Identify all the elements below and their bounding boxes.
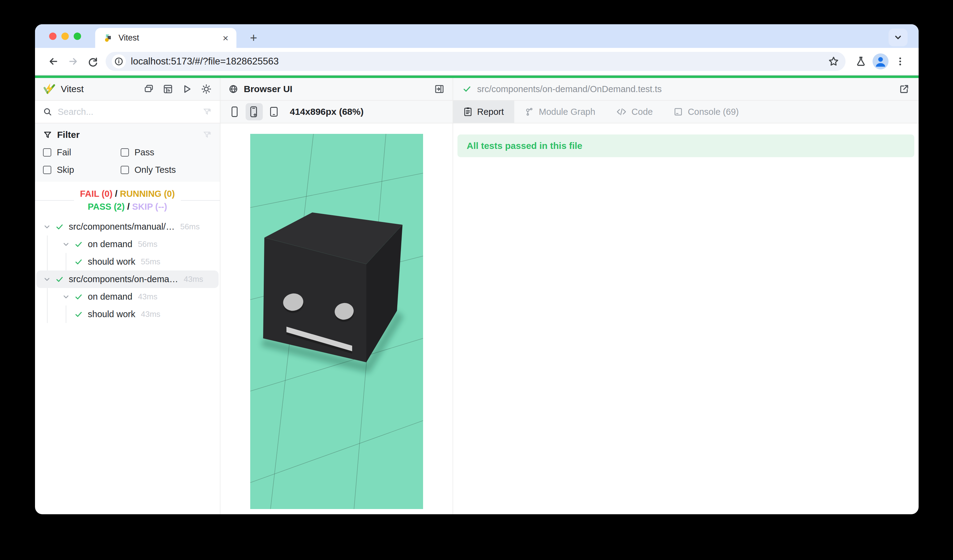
chevron-down-icon[interactable] — [43, 223, 51, 231]
test-case-label: should work — [88, 257, 135, 267]
test-suite-label: on demand — [88, 239, 132, 249]
experiments-button[interactable] — [851, 51, 871, 71]
vitest-favicon — [103, 33, 113, 43]
device-phone-small-button[interactable] — [226, 103, 243, 120]
chevron-down-icon[interactable] — [62, 293, 70, 301]
console-icon — [674, 107, 683, 116]
duration-badge: 56ms — [180, 222, 200, 231]
pass-check-icon — [74, 293, 83, 301]
test-suite-label: on demand — [88, 292, 132, 302]
tab-title: Vitest — [118, 33, 217, 43]
device-phone-plus-button-selected[interactable] — [245, 103, 263, 120]
chevron-down-icon[interactable] — [62, 240, 70, 248]
chevron-down-icon[interactable] — [43, 275, 51, 283]
pass-check-icon — [74, 258, 83, 266]
info-icon — [114, 57, 123, 66]
clear-search-filter-icon[interactable] — [203, 107, 212, 116]
collapse-panels-icon[interactable] — [144, 84, 154, 94]
page-accent-bar — [35, 76, 919, 78]
tab-label: Module Graph — [539, 107, 595, 117]
duration-badge: 43ms — [141, 309, 161, 319]
dashboard-icon[interactable] — [163, 84, 173, 94]
back-button[interactable] — [43, 51, 63, 71]
site-info-button[interactable] — [112, 54, 126, 68]
browser-menu-button[interactable] — [890, 51, 910, 71]
chevron-down-icon — [893, 33, 903, 42]
tab-module-graph[interactable]: Module Graph — [514, 101, 606, 123]
tab-report[interactable]: Report — [453, 101, 514, 123]
checkbox[interactable] — [43, 148, 51, 157]
tab-strip-chevron-button[interactable] — [889, 29, 908, 47]
filter-checkbox-pass[interactable]: Pass — [121, 147, 212, 158]
address-bar[interactable]: localhost:5173/#/?file=1828625563 — [106, 52, 846, 71]
search-input[interactable] — [58, 107, 197, 117]
tab-label: Console (69) — [688, 107, 739, 117]
reset-filter-icon[interactable] — [203, 130, 212, 140]
pass-check-icon — [74, 310, 83, 319]
checkbox[interactable] — [121, 166, 129, 174]
close-tab-icon[interactable]: × — [223, 33, 228, 43]
open-external-icon[interactable] — [899, 84, 910, 94]
filter-checkbox-skip[interactable]: Skip — [43, 165, 121, 175]
tree-suite-row[interactable]: on demand 56ms — [35, 236, 220, 253]
minimize-window-button[interactable] — [61, 33, 69, 40]
tablet-icon — [269, 106, 278, 117]
test-status-summary: FAIL (0) / RUNNING (0) PASS (2) / SKIP (… — [35, 187, 220, 213]
new-tab-button[interactable]: + — [244, 29, 263, 47]
three-dot-menu-icon — [895, 56, 905, 67]
tree-suite-row[interactable]: on demand 43ms — [35, 288, 220, 306]
close-window-button[interactable] — [49, 33, 56, 40]
browser-viewport-scene[interactable] — [250, 134, 423, 509]
filter-section: Filter Fail Pass Skip Only Tests — [35, 123, 220, 182]
forward-button[interactable] — [63, 51, 83, 71]
tab-strip: Vitest × + — [35, 24, 919, 48]
pass-check-icon — [74, 240, 83, 249]
tree-file-row-selected[interactable]: src/components/on-dema… 43ms — [36, 270, 219, 288]
test-file-label: src/components/on-dema… — [69, 274, 178, 284]
filter-checkbox-only-tests[interactable]: Only Tests — [121, 165, 212, 175]
dock-panel-right-icon[interactable] — [434, 84, 445, 94]
separator: / — [115, 189, 117, 199]
duration-badge: 43ms — [138, 292, 157, 301]
duration-badge: 55ms — [141, 257, 161, 267]
checkbox[interactable] — [43, 166, 51, 174]
checkbox[interactable] — [121, 148, 129, 157]
filter-label: Filter — [57, 130, 79, 140]
tab-console[interactable]: Console (69) — [663, 101, 749, 123]
skip-count: SKIP (--) — [132, 202, 167, 211]
url-text: localhost:5173/#/?file=1828625563 — [131, 56, 828, 67]
pass-check-icon — [55, 275, 64, 284]
tree-file-row[interactable]: src/components/manual/… 56ms — [35, 218, 220, 236]
browser-tab[interactable]: Vitest × — [95, 28, 236, 48]
tab-code[interactable]: Code — [606, 101, 663, 123]
filter-checkbox-fail[interactable]: Fail — [43, 147, 121, 158]
theme-toggle-sun-icon[interactable] — [201, 84, 212, 95]
search-bar — [35, 101, 220, 123]
viewport-size-label: 414x896px (68%) — [290, 107, 363, 117]
reload-button[interactable] — [83, 51, 102, 71]
tree-test-row[interactable]: should work 55ms — [35, 253, 220, 270]
globe-icon — [228, 84, 238, 94]
flask-icon — [855, 56, 866, 67]
browser-window: Vitest × + localhost:5173/#/?file=182862… — [35, 24, 919, 514]
pass-check-icon — [55, 223, 64, 231]
vitest-logo-icon — [43, 83, 55, 95]
separator: / — [127, 202, 130, 211]
browser-preview-area — [220, 123, 453, 514]
code-icon — [616, 107, 627, 116]
browser-ui-title: Browser UI — [244, 84, 428, 94]
module-graph-icon — [525, 107, 534, 116]
phone-plus-icon — [250, 106, 259, 118]
profile-button[interactable] — [871, 51, 890, 71]
bookmark-star-icon[interactable] — [828, 56, 840, 67]
search-icon — [43, 107, 52, 116]
run-tests-icon[interactable] — [182, 84, 192, 94]
back-arrow-icon — [48, 56, 59, 67]
tab-label: Report — [477, 107, 504, 117]
reload-icon — [87, 56, 98, 67]
report-panel: src/components/on-demand/OnDemand.test.t… — [453, 78, 919, 514]
device-tablet-button[interactable] — [265, 103, 282, 120]
tree-test-row[interactable]: should work 43ms — [35, 306, 220, 323]
maximize-window-button[interactable] — [74, 33, 81, 40]
test-file-label: src/components/manual/… — [69, 222, 175, 232]
